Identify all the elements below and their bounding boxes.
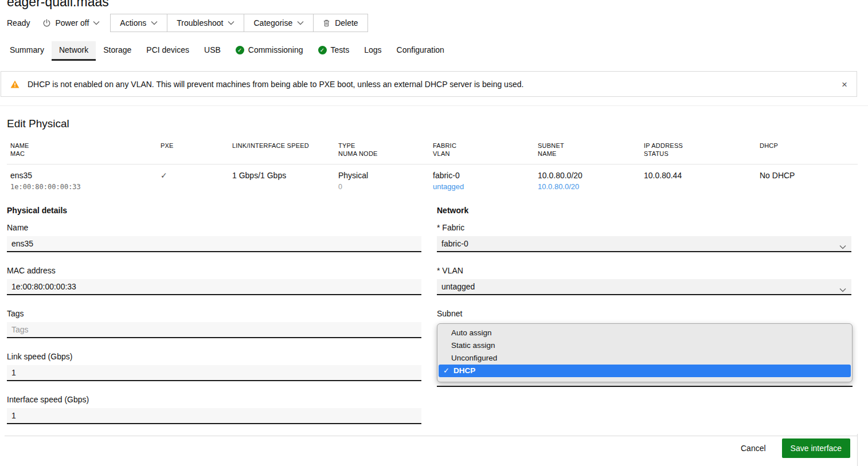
cell-subnet-name: 10.0.80.0/20 10.0.80.0/20 bbox=[534, 170, 640, 192]
form-footer: Cancel Save interface bbox=[740, 438, 850, 458]
cell-name-mac: ens35 1e:00:80:00:00:33 bbox=[7, 170, 157, 192]
close-icon[interactable]: × bbox=[842, 79, 847, 89]
link-speed-field-group: Link speed (Gbps) bbox=[7, 352, 421, 381]
fabric-label: * Fabric bbox=[437, 223, 851, 232]
panel-right-edge bbox=[857, 434, 858, 466]
power-icon bbox=[42, 19, 51, 28]
actions-label: Actions bbox=[120, 18, 146, 28]
col-header-pxe: PXE bbox=[157, 142, 229, 158]
tab-summary[interactable]: Summary bbox=[2, 41, 52, 61]
chevron-down-icon bbox=[839, 242, 846, 251]
mac-address-label: MAC address bbox=[7, 266, 421, 275]
power-off-label: Power off bbox=[55, 18, 89, 28]
interface-table: NAMEMAC PXE LINK/INTERFACE SPEED TYPENUM… bbox=[7, 142, 858, 192]
troubleshoot-menu-button[interactable]: Troubleshoot bbox=[167, 14, 244, 32]
check-icon: ✓ bbox=[443, 365, 449, 377]
interface-speed-label: Interface speed (Gbps) bbox=[7, 395, 421, 404]
network-form: Network * Fabric fabric-0 * VLAN untagge… bbox=[437, 206, 851, 332]
tab-label: PCI devices bbox=[146, 45, 189, 54]
link-speed-input[interactable] bbox=[7, 365, 421, 381]
vlan-field-group: * VLAN untagged bbox=[437, 266, 851, 295]
tags-input[interactable] bbox=[7, 322, 421, 338]
tab-commissioning[interactable]: ✓ Commissioning bbox=[228, 41, 311, 61]
delete-label: Delete bbox=[335, 18, 358, 28]
cell-type-numa: Physical 0 bbox=[335, 170, 429, 192]
tab-label: USB bbox=[204, 45, 221, 54]
subnet-option-static-assign[interactable]: Static assign bbox=[439, 339, 851, 352]
subnet-label: Subnet bbox=[437, 309, 851, 318]
tab-label: Summary bbox=[10, 45, 44, 54]
dhcp-warning-banner: DHCP is not enabled on any VLAN. This wi… bbox=[1, 71, 857, 97]
tags-field-group: Tags bbox=[7, 309, 421, 338]
col-header-link-speed: LINK/INTERFACE SPEED bbox=[229, 142, 335, 158]
col-header-fabric-vlan: FABRICVLAN bbox=[429, 142, 534, 158]
tab-logs[interactable]: Logs bbox=[357, 41, 389, 61]
col-header-type-numa: TYPENUMA NODE bbox=[335, 142, 429, 158]
col-header-subnet-name: SUBNETNAME bbox=[534, 142, 640, 158]
name-field-group: Name bbox=[7, 223, 421, 252]
actions-menu-button[interactable]: Actions bbox=[111, 14, 167, 32]
cell-pxe: ✓ bbox=[157, 170, 229, 192]
subnet-option-auto-assign[interactable]: Auto assign bbox=[439, 327, 851, 339]
subnet-link[interactable]: 10.0.80.0/20 bbox=[538, 182, 640, 192]
page-title: eager-quail.maas bbox=[7, 0, 109, 10]
fabric-field-group: * Fabric fabric-0 bbox=[437, 223, 851, 252]
mac-field-group: MAC address bbox=[7, 266, 421, 295]
table-row: ens35 1e:00:80:00:00:33 ✓ 1 Gbps/1 Gbps … bbox=[7, 165, 858, 192]
col-header-name-mac: NAMEMAC bbox=[7, 142, 157, 158]
tab-label: Logs bbox=[364, 45, 381, 54]
col-header-ip-status: IP ADDRESSSTATUS bbox=[640, 142, 756, 158]
vlan-label: * VLAN bbox=[437, 266, 851, 275]
check-circle-icon: ✓ bbox=[318, 46, 327, 54]
interface-speed-input[interactable] bbox=[7, 408, 421, 424]
cell-ip-status: 10.0.80.44 bbox=[640, 170, 756, 192]
tab-usb[interactable]: USB bbox=[197, 41, 228, 61]
tab-label: Storage bbox=[103, 45, 131, 54]
cell-dhcp: No DHCP bbox=[756, 170, 858, 192]
machine-action-bar: Ready Power off Actions Troubleshoot Cat… bbox=[7, 14, 368, 32]
categorise-menu-button[interactable]: Categorise bbox=[244, 14, 313, 32]
warning-icon bbox=[10, 80, 19, 88]
tab-network[interactable]: Network bbox=[52, 41, 96, 61]
link-speed-label: Link speed (Gbps) bbox=[7, 352, 421, 361]
subnet-option-dhcp[interactable]: ✓ DHCP bbox=[439, 365, 851, 377]
physical-details-form: Physical details Name MAC address Tags L… bbox=[7, 206, 421, 438]
troubleshoot-label: Troubleshoot bbox=[177, 18, 223, 28]
name-input[interactable] bbox=[7, 236, 421, 252]
cancel-button[interactable]: Cancel bbox=[740, 439, 767, 457]
banner-message: DHCP is not enabled on any VLAN. This wi… bbox=[28, 80, 523, 89]
subnet-dropdown-menu: Auto assign Static assign Unconfigured ✓… bbox=[437, 323, 853, 382]
actions-button-group: Actions Troubleshoot Categorise Delete bbox=[110, 14, 367, 32]
network-heading: Network bbox=[437, 206, 851, 215]
cell-link-speed: 1 Gbps/1 Gbps bbox=[229, 170, 335, 192]
machine-tabs: Summary Network Storage PCI devices USB … bbox=[2, 41, 452, 61]
tab-pci-devices[interactable]: PCI devices bbox=[139, 41, 197, 61]
tab-configuration[interactable]: Configuration bbox=[389, 41, 452, 61]
name-label: Name bbox=[7, 223, 421, 232]
vlan-select[interactable]: untagged bbox=[437, 279, 851, 295]
footer-divider bbox=[5, 436, 858, 436]
delete-button[interactable]: Delete bbox=[313, 14, 367, 32]
trash-icon bbox=[323, 19, 330, 27]
check-circle-icon: ✓ bbox=[236, 46, 244, 54]
subnet-option-unconfigured[interactable]: Unconfigured bbox=[439, 352, 851, 365]
col-header-dhcp: DHCP bbox=[756, 142, 858, 158]
chevron-down-icon bbox=[151, 21, 158, 25]
chevron-down-icon bbox=[93, 21, 100, 25]
save-interface-button[interactable]: Save interface bbox=[782, 438, 851, 458]
tab-tests[interactable]: ✓ Tests bbox=[311, 41, 357, 61]
tab-label: Network bbox=[59, 45, 88, 54]
vlan-link[interactable]: untagged bbox=[433, 182, 534, 192]
chevron-down-icon bbox=[297, 21, 304, 25]
fabric-selected-value: fabric-0 bbox=[441, 239, 468, 248]
fabric-select[interactable]: fabric-0 bbox=[437, 236, 851, 252]
chevron-down-icon bbox=[228, 21, 234, 25]
tab-label: Commissioning bbox=[248, 45, 303, 54]
power-off-button[interactable]: Power off bbox=[42, 18, 100, 28]
vlan-selected-value: untagged bbox=[441, 282, 475, 291]
mac-address-input[interactable] bbox=[7, 279, 421, 295]
cell-fabric-vlan: fabric-0 untagged bbox=[429, 170, 534, 192]
edit-physical-heading: Edit Physical bbox=[7, 118, 69, 130]
tab-label: Tests bbox=[331, 45, 350, 54]
tab-storage[interactable]: Storage bbox=[96, 41, 139, 61]
